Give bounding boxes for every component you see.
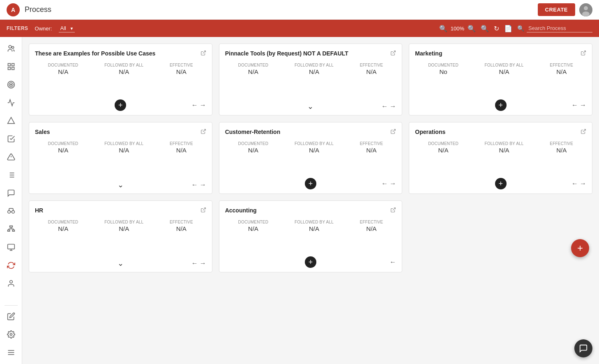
expand-icon[interactable]: + — [305, 178, 316, 189]
external-link-icon[interactable] — [581, 129, 586, 136]
stat-documented-label: Documented — [428, 141, 458, 146]
arrow-left-icon[interactable]: ← — [571, 101, 578, 109]
external-link-icon[interactable] — [200, 207, 206, 214]
svg-rect-5 — [8, 64, 10, 66]
svg-line-46 — [393, 208, 395, 210]
stat-documented-label: Documented — [428, 63, 458, 67]
svg-line-43 — [393, 129, 395, 132]
arrow-left-icon[interactable]: ← — [389, 258, 396, 266]
arrow-left-icon[interactable]: ← — [191, 181, 198, 189]
sidebar-item-grid[interactable] — [3, 58, 19, 75]
arrow-right-icon[interactable]: → — [389, 103, 396, 110]
card-title: Operations — [415, 128, 577, 136]
svg-rect-7 — [8, 67, 10, 70]
sidebar-item-settings[interactable] — [3, 326, 19, 343]
chevron-down-icon[interactable]: ⌄ — [117, 180, 124, 189]
pdf-icon[interactable]: 📄 — [504, 25, 512, 32]
sidebar-item-chart[interactable] — [3, 94, 19, 111]
search-input[interactable] — [527, 24, 592, 32]
stat-followed-label: Followed By All — [104, 220, 143, 224]
chevron-down-icon[interactable]: ⌄ — [307, 102, 313, 111]
arrow-left-icon[interactable]: ← — [381, 103, 388, 110]
external-link-icon[interactable] — [200, 50, 206, 57]
arrow-left-icon[interactable]: ← — [191, 101, 198, 109]
owner-select[interactable]: All — [59, 24, 75, 32]
sidebar-item-comment[interactable] — [3, 185, 19, 201]
svg-line-42 — [203, 129, 205, 132]
stat-documented-label: Documented — [48, 220, 78, 224]
arrow-right-icon[interactable]: → — [580, 101, 586, 109]
arrow-right-icon[interactable]: → — [200, 101, 206, 109]
create-button[interactable]: CREATE — [538, 3, 575, 16]
app-logo[interactable]: A — [7, 3, 20, 16]
stat-followed-value: N/A — [119, 225, 129, 232]
external-link-icon[interactable] — [200, 129, 206, 136]
arrow-left-icon[interactable]: ← — [191, 260, 198, 267]
sidebar-item-binoculars[interactable] — [3, 203, 19, 219]
sidebar-item-chat[interactable] — [3, 239, 19, 256]
expand-icon[interactable]: + — [495, 178, 507, 189]
stat-effective-label: Effective — [360, 141, 383, 146]
stat-effective: Effective N/A — [360, 220, 383, 232]
svg-point-4 — [12, 46, 14, 48]
svg-point-3 — [9, 46, 12, 48]
card-title: Marketing — [415, 50, 577, 58]
stat-effective: Effective N/A — [550, 63, 573, 75]
expand-icon[interactable]: + — [305, 256, 316, 268]
sidebar-item-list[interactable] — [3, 167, 19, 183]
card-nav: ←→ — [191, 181, 206, 189]
sidebar-item-hamburger[interactable] — [3, 344, 19, 361]
external-link-icon[interactable] — [390, 207, 396, 214]
sidebar-item-process[interactable] — [3, 257, 19, 274]
sidebar-item-person[interactable] — [3, 275, 19, 292]
expand-icon[interactable]: + — [495, 99, 507, 111]
stat-effective-value: N/A — [556, 147, 567, 154]
stat-followed-label: Followed By All — [485, 141, 524, 146]
stat-effective-label: Effective — [170, 63, 193, 67]
svg-rect-25 — [7, 230, 9, 231]
chat-button[interactable] — [574, 339, 592, 357]
card-stats: Documented N/A Followed By All N/A Effec… — [219, 140, 402, 157]
sidebar-item-notepad[interactable] — [3, 308, 19, 325]
arrow-right-icon[interactable]: → — [200, 260, 206, 267]
process-card-8: Accounting Documented N/A Followed By Al… — [219, 200, 403, 272]
card-header: Accounting — [219, 201, 402, 218]
fab-add-button[interactable]: + — [571, 239, 589, 257]
owner-wrapper: All ▼ — [59, 24, 75, 32]
search-area: 🔍 — [517, 24, 592, 32]
stat-followed-label: Followed By All — [104, 63, 143, 67]
stat-followed-value: N/A — [119, 147, 129, 154]
sidebar-item-target[interactable] — [3, 76, 19, 93]
stat-followed-label: Followed By All — [295, 141, 334, 146]
sidebar-item-alert[interactable] — [3, 149, 19, 165]
process-card-7: HR Documented N/A Followed By All N/A Ef… — [29, 200, 212, 272]
sidebar-item-checklist[interactable] — [3, 131, 19, 147]
arrow-right-icon[interactable]: → — [389, 180, 396, 187]
stat-followed: Followed By All N/A — [295, 220, 334, 232]
stat-followed: Followed By All N/A — [485, 141, 524, 154]
process-card-4: Sales Documented N/A Followed By All N/A… — [29, 122, 212, 194]
card-title: These are Examples for Possible Use Case… — [35, 50, 197, 58]
search-icon[interactable]: 🔍 — [481, 25, 489, 32]
arrow-left-icon[interactable]: ← — [571, 180, 578, 187]
process-card-1: These are Examples for Possible Use Case… — [29, 44, 212, 115]
arrow-right-icon[interactable]: → — [200, 181, 206, 189]
sidebar-item-people[interactable] — [3, 40, 19, 57]
zoom-out-icon[interactable]: 🔍 — [439, 25, 447, 32]
sidebar-item-org[interactable] — [3, 221, 19, 237]
external-link-icon[interactable] — [390, 50, 396, 57]
svg-rect-6 — [12, 64, 14, 66]
svg-point-35 — [10, 334, 12, 336]
arrow-right-icon[interactable]: → — [580, 180, 586, 187]
zoom-in-icon[interactable]: 🔍 — [468, 25, 476, 32]
refresh-icon[interactable]: ↻ — [494, 25, 499, 32]
external-link-icon[interactable] — [390, 129, 396, 136]
external-link-icon[interactable] — [581, 50, 586, 57]
card-nav: ←→ — [381, 103, 396, 110]
card-header: Sales — [29, 122, 212, 140]
user-avatar[interactable] — [579, 3, 592, 16]
chevron-down-icon[interactable]: ⌄ — [117, 259, 124, 268]
sidebar-item-mountain[interactable] — [3, 113, 19, 129]
expand-icon[interactable]: + — [115, 99, 126, 111]
arrow-left-icon[interactable]: ← — [381, 180, 388, 187]
